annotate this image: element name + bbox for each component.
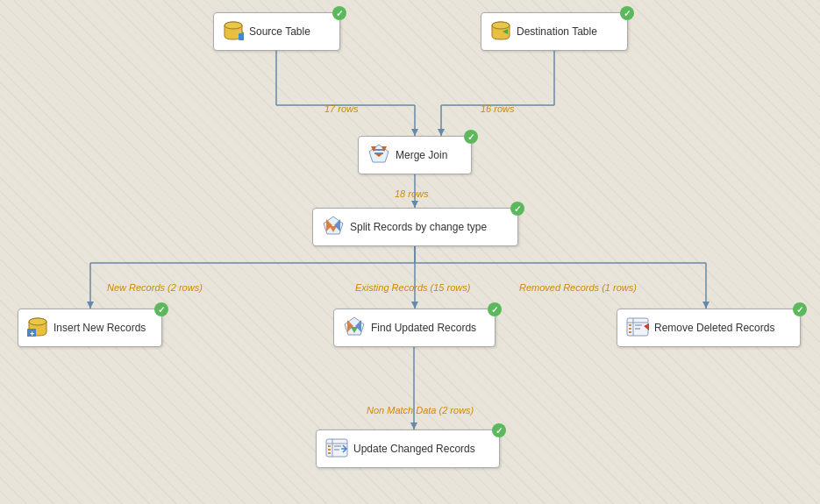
- remove-deleted-node[interactable]: Remove Deleted Records ✓: [617, 309, 801, 347]
- find-updated-node[interactable]: Find Updated Records ✓: [333, 309, 496, 347]
- remove-deleted-check: ✓: [793, 302, 807, 316]
- svg-rect-63: [334, 449, 339, 451]
- destination-table-icon: [490, 21, 511, 43]
- label-existing-records: Existing Records (15 rows): [355, 282, 470, 293]
- svg-rect-62: [334, 445, 341, 447]
- insert-new-icon: +: [27, 317, 48, 339]
- merge-join-check: ✓: [464, 130, 478, 144]
- remove-deleted-label: Remove Deleted Records: [654, 322, 774, 334]
- svg-rect-52: [629, 331, 631, 333]
- source-table-check: ✓: [332, 6, 346, 20]
- update-changed-label: Update Changed Records: [353, 443, 475, 455]
- insert-new-node[interactable]: + Insert New Records ✓: [18, 309, 162, 347]
- svg-point-27: [492, 22, 510, 29]
- label-non-match: Non Match Data (2 rows): [367, 405, 474, 415]
- destination-table-check: ✓: [620, 6, 634, 20]
- svg-point-40: [29, 318, 46, 325]
- update-changed-check: ✓: [492, 423, 506, 437]
- source-table-label: Source Table: [249, 25, 310, 38]
- merge-join-icon: [367, 143, 390, 168]
- split-records-check: ✓: [510, 202, 524, 216]
- svg-rect-53: [635, 324, 642, 326]
- svg-rect-61: [328, 452, 331, 454]
- split-records-icon: [322, 215, 345, 240]
- find-updated-icon: [343, 316, 366, 341]
- label-merge-rows: 18 rows: [395, 188, 429, 199]
- split-records-label: Split Records by change type: [350, 221, 487, 233]
- svg-rect-60: [328, 449, 331, 451]
- svg-marker-3: [411, 129, 418, 136]
- source-table-icon: [223, 21, 244, 43]
- svg-rect-59: [328, 445, 331, 447]
- insert-new-label: Insert New Records: [53, 322, 146, 334]
- update-changed-node[interactable]: Update Changed Records ✓: [316, 429, 500, 468]
- find-updated-check: ✓: [488, 302, 502, 316]
- label-dest-rows: 16 rows: [481, 103, 515, 114]
- remove-deleted-icon: [626, 317, 649, 339]
- svg-marker-13: [87, 302, 94, 309]
- insert-new-check: ✓: [154, 302, 168, 316]
- split-records-node[interactable]: Split Records by change type ✓: [312, 208, 518, 246]
- destination-table-node[interactable]: Destination Table ✓: [481, 12, 628, 51]
- flow-connectors: [0, 0, 820, 504]
- svg-rect-51: [629, 328, 631, 330]
- svg-rect-50: [629, 324, 631, 326]
- label-source-rows: 17 rows: [324, 103, 359, 114]
- svg-text:+: +: [30, 330, 34, 337]
- find-updated-label: Find Updated Records: [371, 322, 476, 334]
- svg-marker-21: [410, 422, 417, 429]
- source-table-node[interactable]: Source Table ✓: [213, 12, 340, 51]
- merge-join-label: Merge Join: [396, 149, 447, 161]
- svg-rect-54: [635, 328, 640, 330]
- merge-join-node[interactable]: Merge Join ✓: [358, 136, 472, 174]
- label-removed-records: Removed Records (1 rows): [519, 282, 637, 293]
- svg-marker-9: [411, 201, 418, 208]
- svg-marker-7: [438, 129, 445, 136]
- label-new-records: New Records (2 rows): [107, 282, 203, 293]
- update-changed-icon: [325, 438, 348, 460]
- destination-table-label: Destination Table: [517, 25, 597, 38]
- svg-point-23: [225, 22, 242, 29]
- svg-marker-15: [411, 302, 418, 309]
- svg-marker-19: [702, 302, 709, 309]
